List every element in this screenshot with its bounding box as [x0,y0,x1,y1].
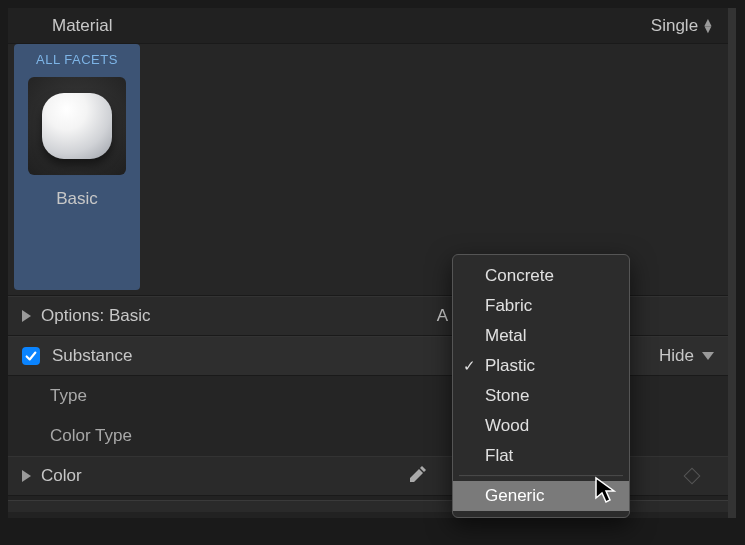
material-title: Material [52,16,651,36]
popup-item-flat[interactable]: Flat [453,441,629,471]
popup-item-fabric[interactable]: Fabric [453,291,629,321]
facet-tile[interactable]: ALL FACETS Basic [14,44,140,290]
popup-item-wood[interactable]: Wood [453,411,629,441]
hide-label: Hide [659,346,694,366]
popup-item-concrete[interactable]: Concrete [453,261,629,291]
options-right-peek: A [437,306,448,326]
cursor-icon [594,476,618,511]
material-mode-dropdown[interactable]: Single ▲▼ [651,16,714,36]
disclosure-icon[interactable] [22,470,31,482]
disclosure-icon[interactable] [22,310,31,322]
check-icon [24,349,38,363]
eyedropper-icon[interactable] [408,464,428,489]
updown-icon: ▲▼ [702,19,714,32]
substance-hide-toggle[interactable]: Hide [659,346,714,366]
material-mode-value: Single [651,16,698,36]
material-header: Material Single ▲▼ [8,8,728,44]
facet-name: Basic [14,189,140,209]
facet-tab-all[interactable]: ALL FACETS [22,52,132,67]
popup-item-plastic[interactable]: ✓Plastic [453,351,629,381]
checkmark-icon: ✓ [463,357,476,375]
chevron-down-icon [702,352,714,360]
popup-item-stone[interactable]: Stone [453,381,629,411]
material-preview-icon [42,93,112,159]
facet-thumbnail[interactable] [28,77,126,175]
substance-checkbox[interactable] [22,347,40,365]
popup-item-metal[interactable]: Metal [453,321,629,351]
